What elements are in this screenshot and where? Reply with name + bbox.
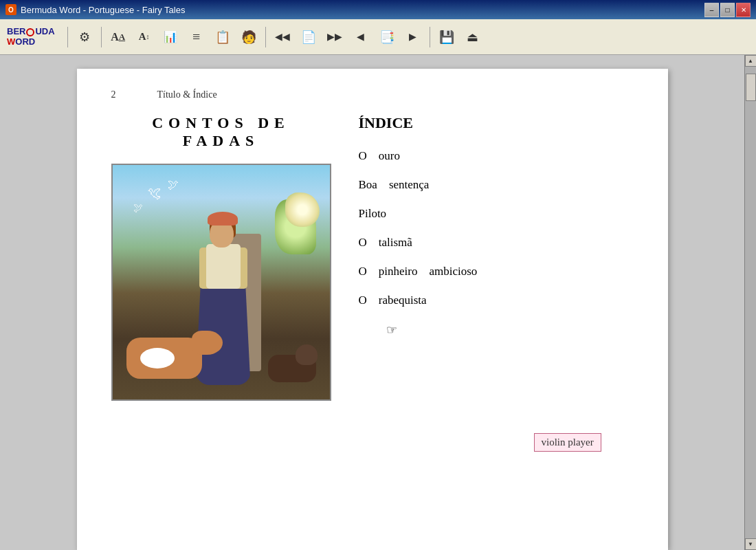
document-page: 2 Título & Índice CONTOS DE FADAS 🕊 bbox=[77, 69, 668, 550]
app-logo: BERUDA WORD bbox=[7, 27, 55, 47]
graph-icon[interactable]: 📊 bbox=[159, 26, 181, 48]
page-number: 2 bbox=[111, 89, 116, 100]
minimize-button[interactable]: – bbox=[704, 3, 719, 17]
bird-1-icon: 🕊 bbox=[147, 186, 161, 201]
window-controls: – □ ✕ bbox=[704, 3, 751, 17]
eject-icon[interactable]: ⏏ bbox=[462, 26, 484, 48]
window-title: Bermuda Word - Portuguese - Fairy Tales bbox=[21, 5, 704, 15]
cursor-pointer: ☞ bbox=[386, 323, 397, 337]
index-title: ÍNDICE bbox=[359, 114, 634, 132]
bird-2-icon: 🕊 bbox=[168, 179, 179, 191]
right-column: ÍNDICE O ouro Boa sentença Piloto O tali… bbox=[359, 114, 634, 401]
last-page-icon[interactable]: ▶▶ bbox=[324, 26, 346, 48]
maximize-button[interactable]: □ bbox=[720, 3, 735, 17]
first-page-icon[interactable]: ◀◀ bbox=[271, 26, 293, 48]
woman-skirt bbox=[196, 275, 251, 385]
page-header-title: Título & Índice bbox=[157, 89, 217, 100]
next-icon[interactable]: ▶ bbox=[402, 26, 424, 48]
document-icon[interactable]: 📋 bbox=[212, 26, 234, 48]
save-icon[interactable]: 💾 bbox=[436, 26, 458, 48]
list-icon[interactable]: ≡ bbox=[186, 26, 208, 48]
cow-head bbox=[192, 331, 223, 355]
index-item-2[interactable]: Boa sentença bbox=[359, 178, 634, 192]
toolbar-separator-4 bbox=[430, 27, 430, 47]
toolbar-separator-1 bbox=[67, 27, 68, 47]
index-item-6[interactable]: O rabequista bbox=[359, 294, 634, 307]
left-column: CONTOS DE FADAS 🕊 🕊 🕊 bbox=[111, 114, 331, 401]
font-size-icon[interactable]: AA bbox=[107, 26, 129, 48]
app-icon: O bbox=[5, 4, 16, 15]
title-bar: O Bermuda Word - Portuguese - Fairy Tale… bbox=[0, 0, 756, 19]
face-icon[interactable]: 🧑 bbox=[238, 26, 260, 48]
scroll-thumb[interactable] bbox=[746, 74, 756, 101]
page-view-icon[interactable]: 📄 bbox=[298, 26, 320, 48]
content-columns: CONTOS DE FADAS 🕊 🕊 🕊 bbox=[111, 114, 634, 401]
page-header: 2 Título & Índice bbox=[111, 89, 634, 100]
index-item-5[interactable]: O pinheiro ambicioso bbox=[359, 265, 634, 278]
index-item-4[interactable]: O talismã bbox=[359, 236, 634, 250]
scroll-track[interactable] bbox=[745, 67, 757, 538]
toolbar-separator-3 bbox=[265, 27, 266, 47]
settings-icon[interactable]: ⚙ bbox=[74, 26, 96, 48]
bookmark-icon[interactable]: 📑 bbox=[376, 26, 398, 48]
vertical-scrollbar[interactable]: ▲ ▼ bbox=[744, 55, 756, 550]
prev-icon[interactable]: ◀ bbox=[350, 26, 372, 48]
font-adjust-icon[interactable]: A↕ bbox=[133, 26, 155, 48]
toolbar: BERUDA WORD ⚙ AA A↕ 📊 ≡ 📋 🧑 ◀◀ 📄 ▶▶ ◀ 📑 … bbox=[0, 19, 756, 55]
tooltip-violin-player: violin player bbox=[534, 433, 601, 452]
scroll-up-button[interactable]: ▲ bbox=[745, 55, 757, 67]
close-button[interactable]: ✕ bbox=[736, 3, 751, 17]
painting-illustration: 🕊 🕊 🕊 bbox=[111, 164, 331, 401]
index-item-3[interactable]: Piloto bbox=[359, 207, 634, 221]
document-area: 2 Título & Índice CONTOS DE FADAS 🕊 bbox=[0, 55, 744, 550]
woman-scarf bbox=[208, 212, 238, 226]
book-title: CONTOS DE FADAS bbox=[111, 114, 331, 150]
scroll-down-button[interactable]: ▼ bbox=[745, 538, 757, 550]
toolbar-separator-2 bbox=[101, 27, 102, 47]
dog-head bbox=[296, 344, 318, 365]
cow-white-patch bbox=[140, 348, 175, 368]
woman-blouse bbox=[206, 244, 241, 289]
bird-3-icon: 🕊 bbox=[133, 203, 143, 214]
window-body: 2 Título & Índice CONTOS DE FADAS 🕊 bbox=[0, 55, 756, 550]
index-item-1[interactable]: O ouro bbox=[359, 149, 634, 163]
cursor-area: ☞ bbox=[386, 322, 634, 338]
flower-white bbox=[285, 192, 320, 227]
